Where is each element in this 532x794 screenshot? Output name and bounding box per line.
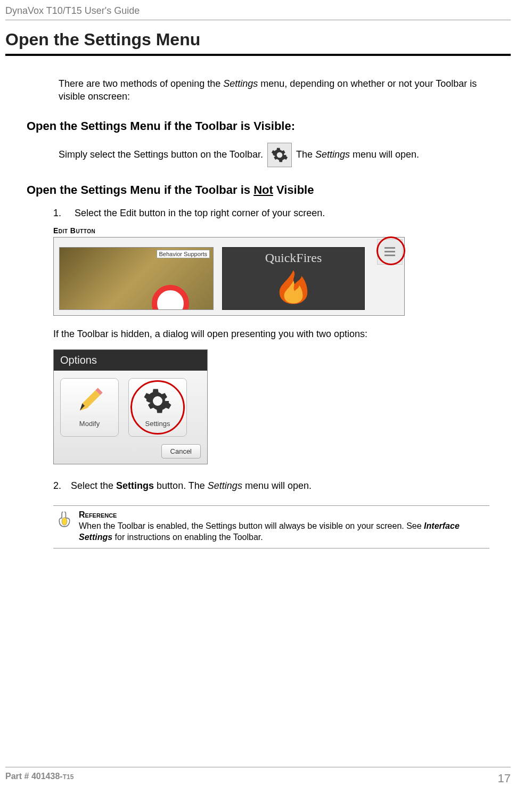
page-number: 17 <box>498 772 511 785</box>
step-1: 1. Select the Edit button in the top rig… <box>53 207 511 220</box>
section1-post: The Settings menu will open. <box>296 149 419 160</box>
svg-marker-0 <box>80 390 100 411</box>
hamburger-icon <box>384 247 395 256</box>
reference-title: Reference <box>79 510 485 520</box>
step-2-number: 2. <box>53 480 61 492</box>
reference-note: Reference When the Toolbar is enabled, t… <box>53 505 489 549</box>
behavior-supports-badge: Behavior Supports <box>157 250 210 258</box>
reference-text: When the Toolbar is enabled, the Setting… <box>79 521 485 543</box>
screenshot-options-dialog: Options Modify Settings <box>53 349 208 464</box>
tile-quickfires[interactable]: QuickFires <box>222 247 365 310</box>
section1-pre: Simply select the Settings button on the… <box>59 149 263 160</box>
step-1-number: 1. <box>53 207 65 220</box>
running-header: DynaVox T10/T15 User's Guide <box>5 5 511 20</box>
intro-em: Settings <box>223 78 258 89</box>
after-shot-text: If the Toolbar is hidden, a dialog will … <box>53 329 511 340</box>
step-2-text: Select the Settings button. The Settings… <box>71 480 312 492</box>
section2-heading: Open the Settings Menu if the Toolbar is… <box>27 183 511 197</box>
modify-button[interactable]: Modify <box>60 378 119 437</box>
settings-button[interactable]: Settings <box>128 378 187 437</box>
modify-label: Modify <box>79 420 100 428</box>
quickfires-label: QuickFires <box>265 251 322 265</box>
dialog-title: Options <box>54 350 207 371</box>
gear-icon <box>271 146 288 163</box>
finger-point-icon <box>58 510 71 528</box>
flame-icon <box>275 265 312 308</box>
section1-heading: Open the Settings Menu if the Toolbar is… <box>27 119 511 133</box>
settings-gear-button[interactable] <box>267 143 292 167</box>
edit-button[interactable] <box>377 239 403 265</box>
settings-label: Settings <box>145 420 170 428</box>
intro-paragraph: There are two methods of opening the Set… <box>59 77 479 103</box>
page-footer: Part # 401438-T15 17 <box>5 767 511 785</box>
intro-pre: There are two methods of opening the <box>59 78 223 89</box>
step-1-text: Select the Edit button in the top right … <box>75 207 325 220</box>
tile-behavior-supports[interactable]: Behavior Supports <box>59 247 214 310</box>
figure-caption-edit-button: Edit Button <box>53 226 511 235</box>
screenshot-edit-button: Behavior Supports QuickFires <box>53 237 405 316</box>
lifesaver-icon <box>152 285 189 310</box>
part-number: Part # 401438-T15 <box>5 772 73 785</box>
cancel-button[interactable]: Cancel <box>161 444 201 459</box>
step-2: 2. Select the Settings button. The Setti… <box>53 480 511 492</box>
section1-line: Simply select the Settings button on the… <box>59 143 479 167</box>
pencil-icon <box>75 387 104 415</box>
gear-icon <box>143 387 172 415</box>
page-title: Open the Settings Menu <box>5 30 511 56</box>
svg-point-3 <box>62 518 67 526</box>
